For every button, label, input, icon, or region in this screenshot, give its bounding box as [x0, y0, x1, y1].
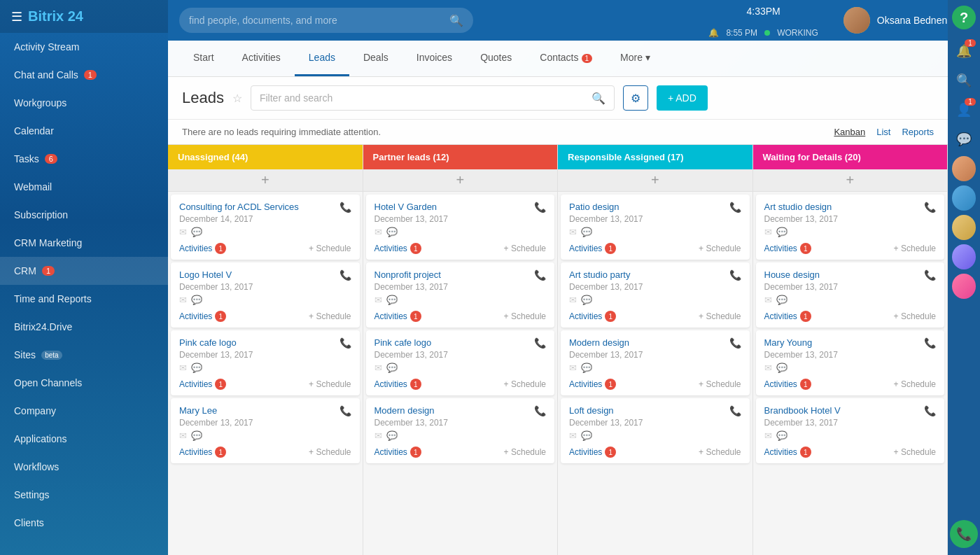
- messages-icon[interactable]: 💬: [951, 126, 977, 153]
- phone-icon[interactable]: 📞: [534, 405, 546, 416]
- kanban-card[interactable]: Hotel V Garden 📞 December 13, 2017 ✉ 💬 A…: [366, 195, 555, 260]
- comment-icon[interactable]: 💬: [386, 363, 398, 373]
- activities-button[interactable]: Activities 1: [569, 311, 616, 322]
- comment-icon[interactable]: 💬: [386, 430, 398, 441]
- view-reports[interactable]: Reports: [902, 127, 934, 137]
- kanban-card[interactable]: Pink cafe logo 📞 December 13, 2017 ✉ 💬 A…: [366, 330, 555, 395]
- kanban-col-add-unassigned[interactable]: +: [168, 169, 363, 192]
- activities-button[interactable]: Activities 1: [374, 379, 421, 390]
- phone-icon[interactable]: 📞: [534, 202, 546, 213]
- email-icon[interactable]: ✉: [179, 295, 187, 305]
- email-icon[interactable]: ✉: [764, 430, 772, 441]
- sidebar-item-chat-calls[interactable]: Chat and Calls1: [0, 61, 168, 89]
- sidebar-item-webmail[interactable]: Webmail: [0, 173, 168, 201]
- view-kanban[interactable]: Kanban: [834, 127, 865, 137]
- email-icon[interactable]: ✉: [764, 295, 772, 305]
- schedule-button[interactable]: + Schedule: [309, 379, 351, 389]
- activities-button[interactable]: Activities 1: [764, 379, 811, 390]
- sidebar-item-settings[interactable]: Settings: [0, 481, 168, 509]
- kanban-card[interactable]: Brandbook Hotel V 📞 December 13, 2017 ✉ …: [756, 398, 945, 463]
- sidebar-item-applications[interactable]: Applications: [0, 425, 168, 453]
- sidebar-item-crm-marketing[interactable]: CRM Marketing: [0, 229, 168, 257]
- schedule-button[interactable]: + Schedule: [504, 244, 546, 253]
- comment-icon[interactable]: 💬: [776, 363, 788, 373]
- nav-tab-invoices[interactable]: Invoices: [402, 41, 466, 76]
- comment-icon[interactable]: 💬: [386, 295, 398, 305]
- sidebar-item-tasks[interactable]: Tasks6: [0, 145, 168, 173]
- phone-icon[interactable]: 📞: [729, 269, 741, 281]
- nav-tab-leads[interactable]: Leads: [295, 41, 349, 76]
- activities-button[interactable]: Activities 1: [179, 243, 226, 254]
- user-avatar-4[interactable]: [951, 244, 977, 270]
- comment-icon[interactable]: 💬: [191, 363, 202, 373]
- nav-tab-contacts[interactable]: Contacts1: [526, 41, 606, 76]
- sidebar-item-workflows[interactable]: Workflows: [0, 453, 168, 481]
- schedule-button[interactable]: + Schedule: [309, 244, 351, 253]
- kanban-col-add-responsible-assigned[interactable]: +: [558, 169, 752, 192]
- email-icon[interactable]: ✉: [569, 227, 577, 237]
- user-avatar-3[interactable]: [951, 214, 977, 241]
- schedule-button[interactable]: + Schedule: [699, 447, 741, 457]
- sidebar-item-sites[interactable]: Sitesbeta: [0, 341, 168, 369]
- filter-input[interactable]: [260, 92, 586, 104]
- email-icon[interactable]: ✉: [374, 227, 382, 237]
- kanban-card[interactable]: Pink cafe logo 📞 December 13, 2017 ✉ 💬 A…: [171, 330, 360, 395]
- kanban-col-add-partner-leads[interactable]: +: [363, 169, 558, 192]
- sidebar-item-crm[interactable]: CRM1: [0, 257, 168, 285]
- email-icon[interactable]: ✉: [569, 295, 577, 305]
- phone-icon[interactable]: 📞: [729, 405, 741, 416]
- phone-icon[interactable]: 📞: [924, 405, 936, 416]
- nav-tab-more[interactable]: More ▾: [606, 41, 664, 76]
- hamburger-icon[interactable]: ☰: [11, 9, 22, 24]
- schedule-button[interactable]: + Schedule: [699, 311, 741, 321]
- search-box[interactable]: 🔍: [179, 8, 473, 33]
- phone-icon[interactable]: 📞: [729, 202, 741, 213]
- activities-button[interactable]: Activities 1: [764, 243, 811, 254]
- comment-icon[interactable]: 💬: [581, 363, 592, 373]
- user-avatar-1[interactable]: [951, 155, 977, 182]
- kanban-card[interactable]: Consulting for ACDL Services 📞 December …: [171, 195, 360, 260]
- favorite-star-icon[interactable]: ☆: [232, 92, 242, 105]
- activities-button[interactable]: Activities 1: [569, 447, 616, 458]
- activities-button[interactable]: Activities 1: [374, 243, 421, 254]
- filter-search-icon[interactable]: 🔍: [592, 92, 606, 105]
- comment-icon[interactable]: 💬: [191, 430, 202, 441]
- comment-icon[interactable]: 💬: [581, 430, 592, 441]
- phone-icon[interactable]: 📞: [924, 269, 936, 281]
- email-icon[interactable]: ✉: [374, 363, 382, 373]
- schedule-button[interactable]: + Schedule: [504, 447, 546, 457]
- activities-button[interactable]: Activities 1: [179, 379, 226, 390]
- email-icon[interactable]: ✉: [569, 363, 577, 373]
- email-icon[interactable]: ✉: [569, 430, 577, 441]
- sidebar-item-calendar[interactable]: Calendar: [0, 117, 168, 145]
- phone-icon[interactable]: 📞: [534, 269, 546, 281]
- schedule-button[interactable]: + Schedule: [699, 244, 741, 253]
- sidebar-item-activity-stream[interactable]: Activity Stream: [0, 33, 168, 61]
- phone-fab[interactable]: 📞: [950, 520, 978, 548]
- comment-icon[interactable]: 💬: [581, 227, 592, 237]
- activities-button[interactable]: Activities 1: [569, 379, 616, 390]
- search-icon[interactable]: 🔍: [951, 67, 977, 94]
- kanban-card[interactable]: Art studio party 📞 December 13, 2017 ✉ 💬…: [561, 262, 750, 328]
- kanban-card[interactable]: Loft design 📞 December 13, 2017 ✉ 💬 Acti…: [561, 398, 750, 463]
- sidebar-item-company[interactable]: Company: [0, 397, 168, 425]
- comment-icon[interactable]: 💬: [191, 295, 202, 305]
- phone-icon[interactable]: 📞: [534, 337, 546, 349]
- filter-search-box[interactable]: 🔍: [251, 85, 615, 111]
- schedule-button[interactable]: + Schedule: [309, 447, 351, 457]
- nav-tab-deals[interactable]: Deals: [349, 41, 402, 76]
- search-submit-icon[interactable]: 🔍: [449, 14, 463, 27]
- kanban-col-add-waiting-details[interactable]: +: [753, 169, 948, 192]
- comment-icon[interactable]: 💬: [776, 227, 788, 237]
- view-list[interactable]: List: [876, 127, 890, 137]
- search-input[interactable]: [189, 15, 444, 26]
- phone-icon[interactable]: 📞: [340, 405, 351, 416]
- comment-icon[interactable]: 💬: [581, 295, 592, 305]
- kanban-card[interactable]: Modern design 📞 December 13, 2017 ✉ 💬 Ac…: [366, 398, 555, 463]
- kanban-card[interactable]: House design 📞 December 13, 2017 ✉ 💬 Act…: [756, 262, 945, 328]
- activities-button[interactable]: Activities 1: [179, 447, 226, 458]
- sidebar-item-time-reports[interactable]: Time and Reports: [0, 285, 168, 313]
- sidebar-item-bitrix24-drive[interactable]: Bitrix24.Drive: [0, 313, 168, 341]
- schedule-button[interactable]: + Schedule: [504, 379, 546, 389]
- activities-button[interactable]: Activities 1: [374, 311, 421, 322]
